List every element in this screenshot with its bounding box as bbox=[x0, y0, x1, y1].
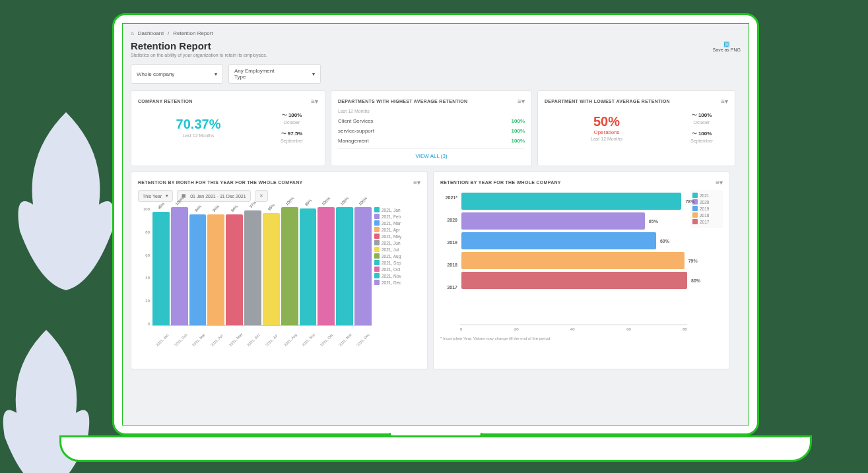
card-menu-icon[interactable]: ≡▾ bbox=[413, 179, 420, 186]
chart-bar[interactable]: 95% bbox=[263, 213, 280, 325]
chart-bar[interactable]: 80% bbox=[461, 272, 687, 289]
legend-item[interactable]: 2021, Feb bbox=[374, 214, 420, 219]
card-menu-icon[interactable]: ≡▾ bbox=[517, 98, 525, 105]
retention-value: 70.37% bbox=[138, 117, 259, 132]
legend-item[interactable]: 2021, May bbox=[374, 234, 420, 239]
chart-bar[interactable]: 100% bbox=[336, 207, 353, 325]
dept-row: service-support100% bbox=[338, 126, 525, 136]
card-menu-icon[interactable]: ≡▾ bbox=[716, 179, 723, 186]
breadcrumb-current: Retention Report bbox=[173, 30, 213, 36]
breadcrumb: ⌂ Dashboard / Retention Report bbox=[131, 30, 741, 36]
employment-type-select[interactable]: Any Employment Type ▾ bbox=[228, 64, 321, 84]
card-highest-retention: DEPARTMENTS WITH HIGHEST AVERAGE RETENTI… bbox=[331, 90, 532, 166]
date-range-picker[interactable]: ▦01 Jan 2021 - 31 Dec 2021 bbox=[177, 190, 250, 202]
card-company-retention: COMPANY RETENTION ≡▾ 70.37% Last 12 Mont… bbox=[131, 90, 325, 166]
legend-item[interactable]: 2019 bbox=[692, 206, 720, 211]
chevron-down-icon: ▾ bbox=[215, 71, 217, 77]
chart-bar[interactable]: 69% bbox=[461, 232, 656, 249]
legend-item[interactable]: 2021, Jun bbox=[374, 240, 420, 245]
chart-bar[interactable]: 94% bbox=[189, 214, 207, 325]
legend-item[interactable]: 2021, Nov bbox=[374, 273, 420, 278]
view-all-link[interactable]: VIEW ALL (3) bbox=[338, 148, 525, 159]
legend-item[interactable]: 2021 bbox=[692, 193, 720, 198]
card-retention-by-month: RETENTION BY MONTH FOR THIS YEAR FOR THE… bbox=[131, 172, 428, 369]
chart-bar[interactable]: 100% bbox=[171, 207, 188, 325]
breadcrumb-dashboard[interactable]: Dashboard bbox=[138, 30, 164, 36]
legend-item[interactable]: 2021, Apr bbox=[374, 227, 420, 232]
legend-item[interactable]: 2021, Mar bbox=[374, 220, 420, 226]
chart-bar[interactable]: 100% bbox=[281, 207, 298, 325]
legend-item[interactable]: 2021, Aug bbox=[374, 253, 420, 259]
chevron-down-icon: ▾ bbox=[312, 71, 315, 77]
trend-up-icon: 〜 bbox=[692, 112, 698, 118]
chart-bar[interactable]: 78% bbox=[461, 193, 681, 210]
chart-bar[interactable]: 94% bbox=[207, 214, 224, 325]
dept-row: Client Services100% bbox=[338, 116, 525, 126]
chart-bar[interactable]: 97% bbox=[244, 210, 261, 325]
card-retention-by-year: RETENTION BY YEAR FOR THE WHOLE COMPANY … bbox=[433, 172, 730, 369]
year-select[interactable]: This Year▾ bbox=[138, 190, 173, 202]
lowest-value: 50% bbox=[545, 114, 669, 129]
card-menu-icon[interactable]: ≡▾ bbox=[311, 98, 318, 105]
trend-up-icon: 〜 bbox=[282, 112, 288, 118]
trend-up-icon: 〜 bbox=[692, 131, 698, 137]
chart-bar[interactable]: 100% bbox=[317, 207, 335, 325]
clear-date-button[interactable]: ✕ bbox=[255, 190, 268, 202]
chart-bar[interactable]: 79% bbox=[461, 252, 684, 269]
save-as-png-button[interactable]: ▧ Save as PNG bbox=[713, 40, 741, 52]
chart-bar[interactable]: 96% bbox=[152, 212, 170, 325]
home-icon[interactable]: ⌂ bbox=[131, 30, 134, 36]
legend-item[interactable]: 2021, Jan bbox=[374, 207, 420, 212]
legend-item[interactable]: 2017 bbox=[692, 219, 720, 224]
card-lowest-retention: DEPARTMENT WITH LOWEST AVERAGE RETENTION… bbox=[537, 90, 735, 166]
legend-item[interactable]: 2021, Jul bbox=[374, 247, 420, 252]
legend-item[interactable]: 2018 bbox=[692, 212, 720, 218]
dept-row: Management100% bbox=[338, 136, 525, 146]
legend-item[interactable]: 2020 bbox=[692, 199, 720, 205]
chevron-down-icon: ▾ bbox=[166, 193, 168, 199]
card-menu-icon[interactable]: ≡▾ bbox=[721, 98, 728, 105]
page-title: Retention Report bbox=[131, 40, 267, 51]
legend-item[interactable]: 2021, Sep bbox=[374, 260, 420, 265]
chart-bar[interactable]: 94% bbox=[226, 214, 243, 325]
legend-item[interactable]: 2021, Oct bbox=[374, 267, 420, 272]
image-icon: ▧ bbox=[713, 40, 741, 47]
legend-item[interactable]: 2021, Dec bbox=[374, 280, 420, 285]
chart-bar[interactable]: 100% bbox=[354, 207, 372, 325]
scope-select[interactable]: Whole company ▾ bbox=[131, 64, 223, 84]
chart-bar[interactable]: 99% bbox=[300, 208, 317, 325]
page-subtitle: Statistics on the ability of your organi… bbox=[131, 53, 267, 57]
trend-up-icon: 〜 bbox=[281, 131, 288, 137]
chart-bar[interactable]: 65% bbox=[461, 212, 645, 230]
